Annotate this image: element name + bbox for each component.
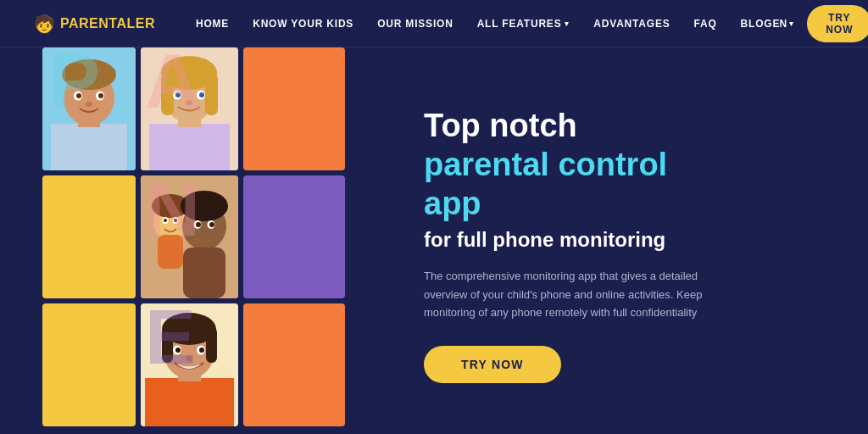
nav-try-now-button[interactable]: TRY NOW: [807, 5, 868, 42]
svg-point-37: [209, 222, 214, 227]
svg-rect-44: [206, 327, 217, 363]
hero-try-now-button[interactable]: TRY NOW: [424, 346, 561, 383]
nav-home[interactable]: HOME: [196, 18, 229, 30]
nav-all-features[interactable]: ALL FEATURES ▾: [477, 18, 570, 30]
hero-collage: P: [0, 47, 390, 434]
letter-R-1: R: [243, 47, 345, 170]
chevron-down-icon: ▾: [565, 19, 570, 28]
letter-R-2: R: [243, 303, 345, 426]
navbar: 🧒 PARENTALER HOME KNOW YOUR KIDS OUR MIS…: [0, 0, 868, 47]
logo[interactable]: 🧒 PARENTALER: [34, 14, 155, 34]
nav-advantages[interactable]: ADVANTAGES: [593, 18, 670, 30]
svg-rect-29: [183, 248, 225, 298]
letter-E-2: E: [141, 303, 238, 426]
letter-A-2: A: [42, 303, 136, 426]
lang-chevron-icon: ▾: [789, 19, 793, 28]
nav-right: EN ▾ TRY NOW: [772, 5, 868, 42]
nav-know-your-kids[interactable]: KNOW YOUR KIDS: [253, 18, 353, 30]
letter-A: A: [141, 47, 238, 170]
letter-P: P: [42, 47, 136, 170]
svg-rect-1: [51, 124, 127, 170]
nav-faq[interactable]: FAQ: [694, 18, 717, 30]
letter-E: E: [42, 175, 136, 298]
letter-row-2: E: [42, 175, 364, 298]
hero-subtitle: for full phone monitoring: [424, 228, 826, 252]
nav-blog[interactable]: BLOG: [741, 18, 773, 30]
svg-rect-11: [149, 124, 230, 170]
svg-rect-16: [205, 73, 218, 115]
hero-description: The comprehensive monitoring app that gi…: [424, 267, 729, 321]
hero-heading: Top notch parental control app: [424, 107, 826, 223]
hero-section: P: [0, 47, 868, 434]
nav-links: HOME KNOW YOUR KIDS OUR MISSION ALL FEAT…: [196, 18, 773, 30]
logo-icon: 🧒: [34, 14, 55, 34]
big-letters-collage: P: [42, 47, 364, 420]
logo-text: PARENTALER: [60, 16, 155, 31]
svg-point-48: [199, 348, 204, 353]
letter-T: T: [243, 175, 345, 298]
letter-N: N: [141, 175, 238, 298]
letter-row-3: A: [42, 303, 364, 426]
hero-content: Top notch parental control app for full …: [390, 47, 868, 434]
svg-rect-39: [145, 378, 234, 426]
nav-our-mission[interactable]: OUR MISSION: [377, 18, 453, 30]
letter-row-1: P: [42, 47, 364, 170]
language-selector[interactable]: EN ▾: [772, 18, 793, 30]
